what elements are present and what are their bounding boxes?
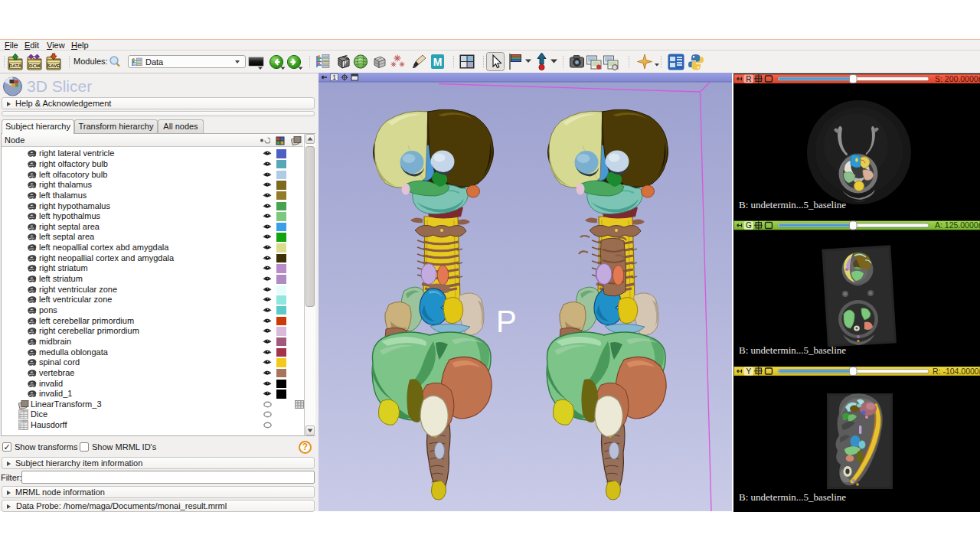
svg-text:B: undetermin...5_baseline: B: undetermin...5_baseline <box>739 491 846 503</box>
svg-text:G: G <box>746 221 752 230</box>
svg-text:1: 1 <box>332 73 336 81</box>
svg-text:P: P <box>496 305 517 338</box>
svg-text:Y: Y <box>746 367 751 376</box>
svg-text:DATA: DATA <box>9 63 22 68</box>
svg-text:SAVE: SAVE <box>47 63 60 68</box>
svg-text:A: 125.0000mm: A: 125.0000mm <box>935 220 980 230</box>
svg-text:B: undetermin...5_baseline: B: undetermin...5_baseline <box>739 344 846 356</box>
svg-text:B: undetermin...5_baseline: B: undetermin...5_baseline <box>739 199 846 210</box>
svg-text:R: -104.0000mm: R: -104.0000mm <box>933 367 980 376</box>
svg-text:R: R <box>746 75 751 83</box>
svg-text:S: 200.0000mm: S: 200.0000mm <box>935 74 980 83</box>
svg-text:M: M <box>433 56 443 68</box>
svg-text:DCM: DCM <box>29 63 40 68</box>
